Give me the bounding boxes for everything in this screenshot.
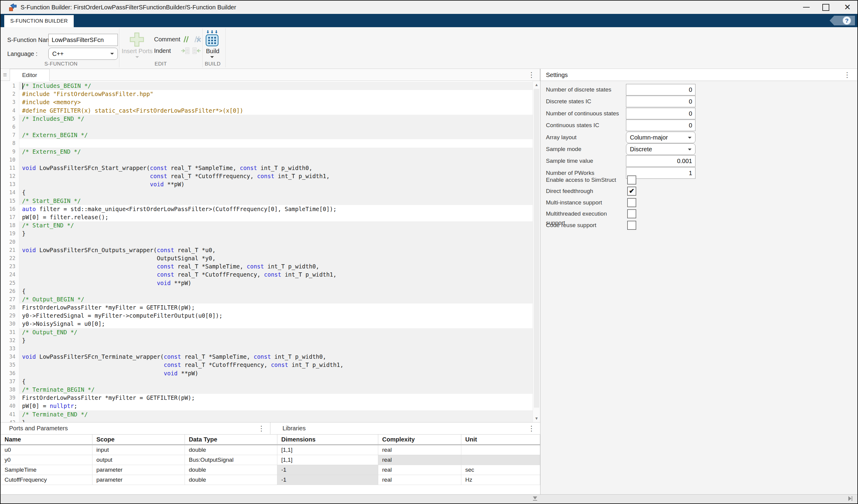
setting-input[interactable]: 0.001: [626, 155, 696, 167]
code-line[interactable]: 17pW[0] = filter.release();: [1, 213, 533, 221]
code-line[interactable]: 3#include <memory>: [1, 98, 533, 106]
code-text[interactable]: #include "FirstOrderLowPassFilter.hpp": [19, 90, 533, 98]
setting-input[interactable]: 0: [626, 84, 696, 95]
setting-checkbox[interactable]: [627, 209, 636, 218]
code-line[interactable]: 30y0->NoisySignal = u0[0];: [1, 320, 533, 328]
code-line: 20: [1, 238, 533, 246]
scroll-up-icon[interactable]: ▲: [533, 82, 540, 87]
expand-right-icon[interactable]: [848, 496, 852, 501]
table-cell[interactable]: double: [185, 445, 277, 455]
table-cell[interactable]: real: [378, 475, 461, 485]
code-text[interactable]: y0->FilteredSignal = myFilter->computeFi…: [19, 312, 533, 320]
code-line[interactable]: 2#include "FirstOrderLowPassFilter.hpp": [1, 90, 533, 98]
code-text[interactable]: pW[0] = nullptr;: [19, 402, 533, 410]
chevron-down-icon: [688, 149, 692, 152]
table-cell[interactable]: sec: [461, 465, 540, 475]
code-line[interactable]: 8: [1, 139, 533, 147]
setting-checkbox[interactable]: [627, 198, 636, 207]
editor-menu-kebab-icon[interactable]: ⋮: [527, 69, 536, 81]
setting-checkbox[interactable]: [627, 221, 636, 230]
minimize-button[interactable]: [798, 1, 815, 14]
checkbox-label: Code reuse support: [546, 221, 625, 230]
table-cell[interactable]: [1,1]: [277, 455, 378, 465]
code-line: 23 const real_T *SampleTime, const int_T…: [1, 262, 533, 271]
code-editor[interactable]: 1/* Includes_BEGIN */2#include "FirstOrd…: [1, 81, 540, 422]
maximize-button[interactable]: [817, 1, 835, 14]
code-text: OutputSignal *y0,: [19, 254, 533, 262]
table-cell[interactable]: [1,1]: [277, 445, 378, 455]
table-cell[interactable]: u0: [1, 445, 93, 455]
settings-menu-kebab-icon[interactable]: ⋮: [843, 69, 852, 81]
code-text[interactable]: FirstOrderLowPassFilter *myFilter = GETF…: [19, 394, 533, 402]
sfunction-name-input[interactable]: LowPassFilterSFcn: [48, 34, 118, 46]
code-line: 13 void **pW): [1, 180, 533, 189]
setting-input[interactable]: 1: [626, 167, 696, 179]
table-cell[interactable]: real: [378, 445, 461, 455]
tab-libraries[interactable]: Libraries ⋮: [270, 422, 540, 434]
code-text: /* Includes_BEGIN */: [19, 82, 533, 90]
setting-dropdown[interactable]: Discrete: [626, 143, 696, 155]
help-icon[interactable]: ?: [830, 15, 855, 26]
table-cell[interactable]: double: [185, 475, 277, 485]
table-cell[interactable]: y0: [1, 455, 93, 465]
libraries-menu-kebab-icon[interactable]: ⋮: [527, 422, 536, 435]
scroll-to-bottom-icon[interactable]: [533, 497, 537, 501]
code-line[interactable]: 4#define GETFILTER(x) static_cast<FirstO…: [1, 107, 533, 115]
setting-input[interactable]: 0: [626, 108, 696, 119]
close-button[interactable]: ✕: [839, 1, 856, 14]
code-text[interactable]: auto filter = std::make_unique<FirstOrde…: [19, 205, 533, 213]
scroll-down-icon[interactable]: ▼: [533, 416, 540, 421]
table-cell[interactable]: parameter: [93, 465, 185, 475]
table-cell[interactable]: SampleTime: [1, 465, 93, 475]
table-cell[interactable]: real: [378, 465, 461, 475]
code-line: 22 OutputSignal *y0,: [1, 254, 533, 262]
code-line[interactable]: 29y0->FilteredSignal = myFilter->compute…: [1, 312, 533, 320]
checkbox-label: Multithreaded execution support: [546, 209, 625, 218]
code-text[interactable]: #define GETFILTER(x) static_cast<FirstOr…: [19, 107, 533, 115]
code-line[interactable]: 39FirstOrderLowPassFilter *myFilter = GE…: [1, 394, 533, 402]
table-cell[interactable]: Hz: [461, 475, 540, 485]
code-line: 19}: [1, 229, 533, 238]
code-line[interactable]: 40pW[0] = nullptr;: [1, 402, 533, 410]
line-number: 33: [1, 344, 19, 353]
table-cell[interactable]: double: [185, 465, 277, 475]
code-text: /* Output_BEGIN */: [19, 295, 533, 304]
setting-label: Sample mode: [546, 143, 625, 155]
code-text: }: [19, 229, 533, 238]
tab-sfunction-builder[interactable]: S-FUNCTION BUILDER: [4, 15, 74, 27]
code-text[interactable]: y0->NoisySignal = u0[0];: [19, 320, 533, 328]
setting-checkbox[interactable]: ✔: [627, 186, 636, 196]
table-cell[interactable]: input: [93, 445, 185, 455]
setting-checkbox[interactable]: [627, 176, 636, 184]
build-icon[interactable]: [205, 30, 219, 47]
code-line: 37{: [1, 377, 533, 386]
setting-input[interactable]: 0: [626, 119, 696, 131]
comment-icon[interactable]: [181, 35, 190, 44]
table-cell[interactable]: output: [93, 455, 185, 465]
language-label: Language :: [7, 48, 37, 60]
tab-editor[interactable]: Editor: [10, 69, 50, 81]
table-cell[interactable]: Bus:OutputSignal: [185, 455, 277, 465]
editor-scrollbar[interactable]: ▲ ▼: [533, 81, 540, 422]
setting-input[interactable]: 0: [626, 96, 696, 107]
code-line: 1/* Includes_BEGIN */: [1, 82, 533, 90]
code-text[interactable]: pW[0] = filter.release();: [19, 213, 533, 221]
scrollbar-thumb[interactable]: [534, 89, 539, 408]
table-cell[interactable]: CutoffFrequency: [1, 475, 93, 485]
table-cell: [461, 455, 540, 465]
tab-ports-and-parameters[interactable]: Ports and Parameters ⋮: [1, 422, 270, 434]
table-cell[interactable]: [461, 445, 540, 455]
language-dropdown[interactable]: C++: [48, 48, 118, 60]
code-line[interactable]: 16auto filter = std::make_unique<FirstOr…: [1, 205, 533, 213]
code-text[interactable]: [19, 139, 533, 147]
panel-grip-icon[interactable]: ≡: [3, 71, 7, 79]
code-line[interactable]: 28FirstOrderLowPassFilter *myFilter = GE…: [1, 304, 533, 312]
setting-dropdown[interactable]: Column-major: [626, 132, 696, 143]
code-text[interactable]: FirstOrderLowPassFilter *myFilter = GETF…: [19, 304, 533, 312]
ports-menu-kebab-icon[interactable]: ⋮: [257, 422, 266, 435]
build-caret-icon[interactable]: [210, 56, 214, 60]
code-text[interactable]: #include <memory>: [19, 98, 533, 106]
build-button[interactable]: Build: [200, 47, 225, 55]
code-text: {: [19, 287, 533, 295]
table-cell[interactable]: parameter: [93, 475, 185, 485]
